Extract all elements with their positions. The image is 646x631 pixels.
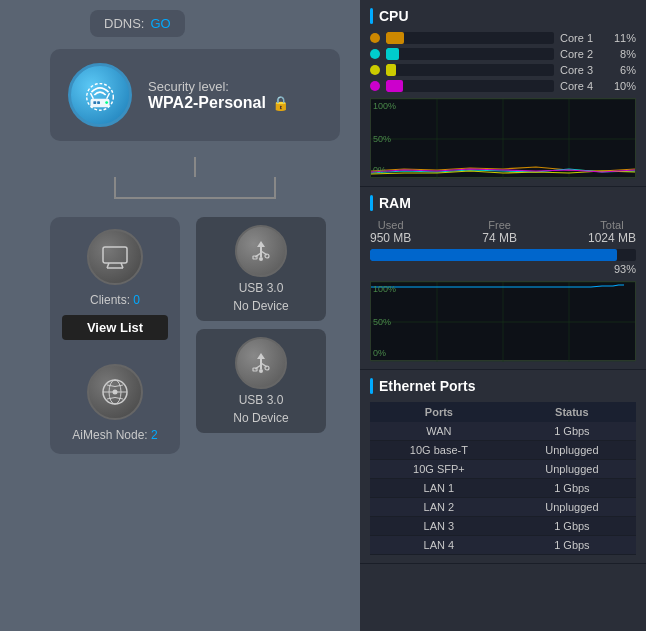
ram-graph-bot: 0% <box>373 348 386 358</box>
svg-point-14 <box>113 390 118 395</box>
cpu-dot-3 <box>370 65 380 75</box>
svg-rect-25 <box>253 368 257 371</box>
eth-table-row: LAN 3 1 Gbps <box>370 517 636 536</box>
ddns-row: DDNS: GO <box>90 10 185 37</box>
ddns-label: DDNS: <box>104 16 144 31</box>
usb1-icon-circle <box>235 225 287 277</box>
router-icon <box>68 63 132 127</box>
eth-port-5: LAN 3 <box>370 517 508 536</box>
ram-free-col: Free 74 MB <box>482 219 517 245</box>
cpu-pct-3: 6% <box>608 64 636 76</box>
eth-tbody: WAN 1 Gbps 10G base-T Unplugged 10G SFP+… <box>370 422 636 555</box>
cpu-graph-svg <box>371 99 635 179</box>
cpu-bar-fill-3 <box>386 64 396 76</box>
cpu-bar-bg-1 <box>386 32 554 44</box>
view-list-button[interactable]: View List <box>62 315 168 340</box>
cpu-core-label-4: Core 4 <box>560 80 602 92</box>
cpu-dot-4 <box>370 81 380 91</box>
usb2-box: USB 3.0 No Device <box>196 329 326 433</box>
monitor-icon-circle <box>87 229 143 285</box>
cpu-dot-1 <box>370 33 380 43</box>
ram-graph: 100% 50% 0% <box>370 281 636 361</box>
usb1-status: No Device <box>233 299 288 313</box>
ram-section: RAM Used 950 MB Free 74 MB Total 1024 MB… <box>360 187 646 370</box>
usb2-icon-circle <box>235 337 287 389</box>
ram-title: RAM <box>379 195 411 211</box>
cpu-pct-2: 8% <box>608 48 636 60</box>
eth-status-0: 1 Gbps <box>508 422 636 441</box>
cpu-graph-mid: 50% <box>373 134 391 144</box>
eth-port-2: 10G SFP+ <box>370 460 508 479</box>
ram-used-value: 950 MB <box>370 231 411 245</box>
svg-point-20 <box>259 257 263 261</box>
aimesh-svg <box>99 376 131 408</box>
cpu-bar-fill-4 <box>386 80 403 92</box>
eth-port-0: WAN <box>370 422 508 441</box>
cpu-pct-1: 11% <box>608 32 636 44</box>
svg-point-4 <box>105 101 108 104</box>
aimesh-label: AiMesh Node: 2 <box>72 428 157 442</box>
cpu-bars: Core 1 11% Core 2 8% Core 3 6% Core 4 10… <box>370 32 636 92</box>
cpu-core-label-3: Core 3 <box>560 64 602 76</box>
usb-devices: USB 3.0 No Device <box>196 217 326 454</box>
eth-port-4: LAN 2 <box>370 498 508 517</box>
ram-info: Used 950 MB Free 74 MB Total 1024 MB <box>370 219 636 245</box>
eth-col-ports: Ports <box>370 402 508 422</box>
ram-used-col: Used 950 MB <box>370 219 411 245</box>
ram-used-label: Used <box>378 219 404 231</box>
ram-total-label: Total <box>600 219 623 231</box>
security-protocol: WPA2-Personal <box>148 94 266 112</box>
security-value: WPA2-Personal 🔒 <box>148 94 289 112</box>
eth-status-5: 1 Gbps <box>508 517 636 536</box>
usb2-label: USB 3.0 <box>239 393 284 407</box>
eth-table-row: LAN 2 Unplugged <box>370 498 636 517</box>
ram-bar-accent <box>370 195 373 211</box>
security-label: Security level: <box>148 79 289 94</box>
clients-box: Clients: 0 View List AiMe <box>50 217 180 454</box>
eth-port-6: LAN 4 <box>370 536 508 555</box>
eth-table-row: 10G SFP+ Unplugged <box>370 460 636 479</box>
ram-graph-svg <box>371 282 635 362</box>
cpu-bar-fill-1 <box>386 32 404 44</box>
eth-status-4: Unplugged <box>508 498 636 517</box>
ethernet-table: Ports Status WAN 1 Gbps 10G base-T Unplu… <box>370 402 636 555</box>
svg-rect-7 <box>103 247 127 263</box>
cpu-graph-bot: 0% <box>373 165 386 175</box>
svg-rect-2 <box>93 101 96 104</box>
clients-count: 0 <box>133 293 140 307</box>
cpu-bar-bg-4 <box>386 80 554 92</box>
eth-header-row: Ports Status <box>370 402 636 422</box>
eth-port-3: LAN 1 <box>370 479 508 498</box>
monitor-svg <box>99 241 131 273</box>
eth-table-row: WAN 1 Gbps <box>370 422 636 441</box>
cpu-title: CPU <box>379 8 409 24</box>
router-svg <box>81 76 119 114</box>
svg-rect-3 <box>97 101 100 104</box>
branch-left <box>114 177 116 197</box>
cpu-graph-top: 100% <box>373 101 396 111</box>
ethernet-header: Ethernet Ports <box>370 378 636 394</box>
ddns-link[interactable]: GO <box>150 16 170 31</box>
svg-point-26 <box>259 369 263 373</box>
cpu-core-row-3: Core 3 6% <box>370 64 636 76</box>
cpu-bar-fill-2 <box>386 48 399 60</box>
ram-free-label: Free <box>488 219 511 231</box>
ram-bar-bg <box>370 249 636 261</box>
ram-graph-mid: 50% <box>373 317 391 327</box>
branch-right <box>274 177 276 197</box>
security-box: Security level: WPA2-Personal 🔒 <box>50 49 340 141</box>
security-text: Security level: WPA2-Personal 🔒 <box>148 79 289 112</box>
eth-col-status: Status <box>508 402 636 422</box>
cpu-header: CPU <box>370 8 636 24</box>
horizontal-line <box>114 197 276 199</box>
device-row: Clients: 0 View List AiMe <box>50 217 340 454</box>
eth-port-1: 10G base-T <box>370 441 508 460</box>
left-panel: DDNS: GO Security level: WPA <box>0 0 360 631</box>
eth-table-row: 10G base-T Unplugged <box>370 441 636 460</box>
eth-status-6: 1 Gbps <box>508 536 636 555</box>
tree-top-line <box>194 157 196 177</box>
svg-line-6 <box>107 93 110 99</box>
ram-total-col: Total 1024 MB <box>588 219 636 245</box>
tree-container: Clients: 0 View List AiMe <box>50 157 340 454</box>
cpu-section: CPU Core 1 11% Core 2 8% Core 3 6% Core … <box>360 0 646 187</box>
